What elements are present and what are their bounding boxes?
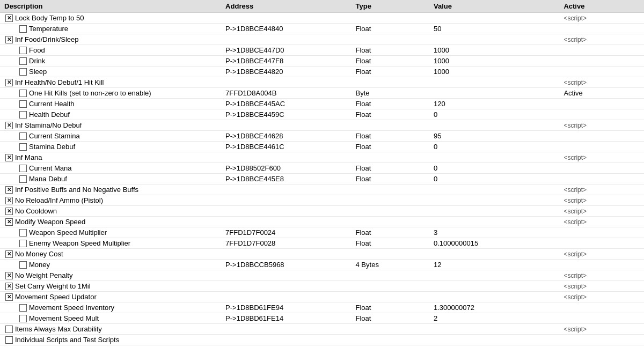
row-active: <script> [559, 13, 644, 24]
row-address [221, 324, 351, 335]
row-address: P->1D8BCCB5968 [221, 260, 351, 270]
row-value [429, 270, 559, 281]
checkbox[interactable] [5, 79, 13, 86]
checkbox[interactable] [19, 90, 27, 97]
row-value [429, 13, 559, 24]
table-row[interactable]: Current StaminaP->1D8BCE44628Float95 [0, 131, 644, 142]
table-row[interactable]: Stamina DebufP->1D8BCE4461CFloat0 [0, 142, 644, 152]
checkbox[interactable] [5, 250, 13, 258]
checkbox[interactable] [5, 326, 13, 333]
checkbox[interactable] [19, 47, 27, 54]
script-tag: <script> [564, 36, 587, 43]
checkbox[interactable] [5, 336, 13, 344]
checkbox[interactable] [19, 315, 27, 322]
table-row[interactable]: Inf Positive Buffs and No Negative Buffs… [0, 184, 644, 195]
checkbox[interactable] [19, 25, 27, 33]
table-row[interactable]: Movement Speed InventoryP->1D8BD61FE94Fl… [0, 302, 644, 313]
table-row[interactable]: No Reload/Inf Ammo (Pistol)<script> [0, 195, 644, 206]
row-value: 2 [429, 313, 559, 324]
row-label: One Hit Kills (set to non-zero to enable… [29, 89, 151, 97]
table-row[interactable]: MoneyP->1D8BCCB59684 Bytes12 [0, 260, 644, 270]
table-row[interactable]: SleepP->1D8BCE44820Float1000 [0, 67, 644, 77]
checkbox[interactable] [5, 14, 13, 22]
table-row[interactable]: Movement Speed MultP->1D8BD61FE14Float2 [0, 313, 644, 324]
checkbox[interactable] [5, 197, 13, 204]
checkbox[interactable] [5, 186, 13, 194]
checkbox[interactable] [5, 218, 13, 226]
table-row[interactable]: Individual Scripts and Test Scripts [0, 335, 644, 345]
checkbox[interactable] [19, 175, 27, 183]
table-row[interactable]: FoodP->1D8BCE447D0Float1000 [0, 45, 644, 56]
script-tag: <script> [564, 283, 587, 290]
table-row[interactable]: Enemy Weapon Speed Multiplier7FFD1D7F002… [0, 238, 644, 249]
checkbox[interactable] [19, 100, 27, 108]
checkbox[interactable] [19, 229, 27, 237]
row-value: 50 [429, 24, 559, 34]
row-active [559, 109, 644, 120]
table-row[interactable]: Health DebufP->1D8BCE4459CFloat0 [0, 109, 644, 120]
row-active [559, 24, 644, 34]
row-active: <script> [559, 152, 644, 163]
table-row[interactable]: One Hit Kills (set to non-zero to enable… [0, 88, 644, 99]
checkbox[interactable] [5, 122, 13, 129]
table-row[interactable]: Inf Food/Drink/Sleep<script> [0, 34, 644, 45]
row-value: 0 [429, 142, 559, 152]
checkbox[interactable] [19, 68, 27, 76]
row-type [352, 120, 429, 131]
row-address [221, 34, 351, 45]
table-row[interactable]: Inf Mana<script> [0, 152, 644, 163]
table-row[interactable]: No Weight Penalty<script> [0, 270, 644, 281]
row-type [352, 335, 429, 345]
table-row[interactable]: Movement Speed Updator<script> [0, 292, 644, 302]
table-row[interactable]: TemperatureP->1D8BCE44840Float50 [0, 24, 644, 34]
row-address: P->1D8BCE4459C [221, 109, 351, 120]
checkbox[interactable] [5, 154, 13, 161]
row-address [221, 292, 351, 302]
row-active: <script> [559, 34, 644, 45]
row-value: 1000 [429, 56, 559, 67]
row-type: Float [352, 109, 429, 120]
table-row[interactable]: Inf Health/No Debuf/1 Hit Kill<script> [0, 77, 644, 88]
checkbox[interactable] [5, 293, 13, 301]
row-type: Float [352, 56, 429, 67]
table-row[interactable]: No Cooldown<script> [0, 206, 644, 217]
checkbox[interactable] [5, 283, 13, 290]
checkbox[interactable] [19, 261, 27, 269]
checkbox[interactable] [5, 208, 13, 215]
row-active: <script> [559, 292, 644, 302]
table-row[interactable]: Items Always Max Durability<script> [0, 324, 644, 335]
checkbox[interactable] [19, 132, 27, 140]
row-address [221, 120, 351, 131]
table-row[interactable]: Modify Weapon Speed<script> [0, 217, 644, 227]
table-row[interactable]: Set Carry Weight to 1Mil<script> [0, 281, 644, 292]
row-value: 0 [429, 109, 559, 120]
table-row[interactable]: No Money Cost<script> [0, 249, 644, 260]
row-label: Temperature [29, 25, 68, 33]
row-active: <script> [559, 120, 644, 131]
table-row[interactable]: DrinkP->1D8BCE447F8Float1000 [0, 56, 644, 67]
script-tag: <script> [564, 208, 587, 215]
row-label: Sleep [29, 68, 47, 76]
col-header-value: Value [429, 0, 559, 13]
checkbox[interactable] [5, 272, 13, 279]
checkbox[interactable] [19, 304, 27, 312]
row-type [352, 13, 429, 24]
table-row[interactable]: Current HealthP->1D8BCE445ACFloat120 [0, 99, 644, 109]
row-label: No Cooldown [15, 207, 57, 215]
table-row[interactable]: Inf Stamina/No Debuf<script> [0, 120, 644, 131]
row-value [429, 195, 559, 206]
script-tag: <script> [564, 326, 587, 333]
checkbox[interactable] [19, 111, 27, 119]
row-type [352, 292, 429, 302]
checkbox[interactable] [19, 165, 27, 172]
table-row[interactable]: Weapon Speed Multiplier7FFD1D7F0024Float… [0, 227, 644, 238]
checkbox[interactable] [19, 240, 27, 247]
table-row[interactable]: Current ManaP->1D88502F600Float0 [0, 163, 644, 174]
table-row[interactable]: Lock Body Temp to 50<script> [0, 13, 644, 24]
row-value [429, 88, 559, 99]
checkbox[interactable] [19, 57, 27, 65]
checkbox[interactable] [19, 143, 27, 151]
table-row[interactable]: Mana DebufP->1D8BCE445E8Float0 [0, 174, 644, 184]
row-active: Active [559, 88, 644, 99]
checkbox[interactable] [5, 36, 13, 43]
